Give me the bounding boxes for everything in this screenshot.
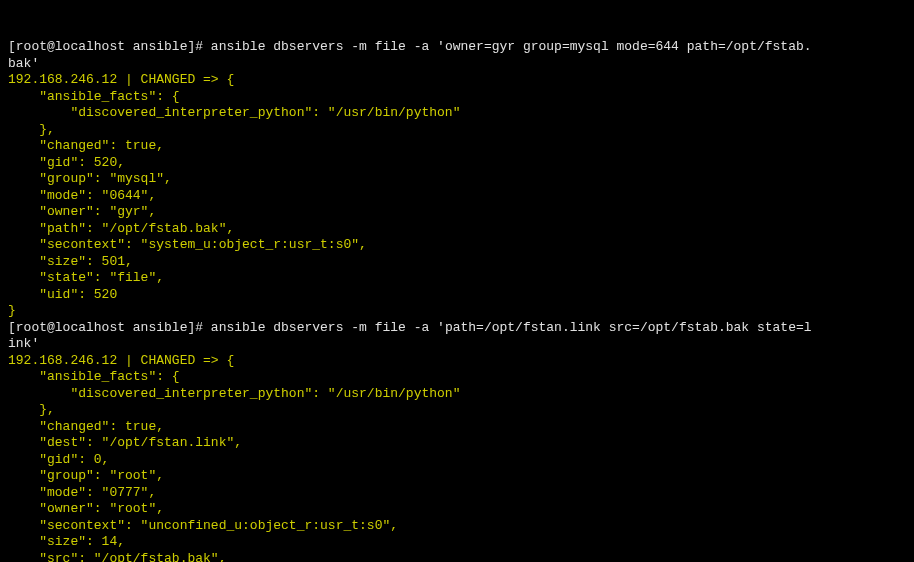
cmd-2a: ansible dbservers -m file -a 'path=/opt/… [211,320,812,335]
out-1-header: 192.168.246.12 | CHANGED => { [8,72,234,87]
out-1-uid: "uid": 520 [8,287,117,302]
out-2-src: "src": "/opt/fstab.bak", [8,551,234,563]
out-1-mode: "mode": "0644", [8,188,164,203]
out-1-size: "size": 501, [8,254,141,269]
out-2-discovered: "discovered_interpreter_python": "/usr/b… [8,386,460,401]
cmd-2b: ink' [8,336,39,351]
out-1-gid: "gid": 520, [8,155,133,170]
out-2-dest: "dest": "/opt/fstan.link", [8,435,250,450]
out-1-facts-close: }, [8,122,63,137]
cmd-1b: bak' [8,56,39,71]
out-1-state: "state": "file", [8,270,172,285]
terminal-output: [root@localhost ansible]# ansible dbserv… [8,39,906,562]
out-2-changed: "changed": true, [8,419,172,434]
out-2-owner: "owner": "root", [8,501,172,516]
cmd-1a: ansible dbservers -m file -a 'owner=gyr … [211,39,812,54]
out-1-changed: "changed": true, [8,138,172,153]
out-2-size: "size": 14, [8,534,133,549]
out-2-gid: "gid": 0, [8,452,117,467]
out-2-group: "group": "root", [8,468,172,483]
out-2-facts-open: "ansible_facts": { [8,369,180,384]
out-2-mode: "mode": "0777", [8,485,164,500]
out-1-discovered: "discovered_interpreter_python": "/usr/b… [8,105,460,120]
prompt-line-2: [root@localhost ansible]# [8,320,211,335]
out-2-facts-close: }, [8,402,63,417]
out-2-header: 192.168.246.12 | CHANGED => { [8,353,234,368]
out-1-group: "group": "mysql", [8,171,180,186]
prompt-line-1: [root@localhost ansible]# [8,39,211,54]
out-1-secontext: "secontext": "system_u:object_r:usr_t:s0… [8,237,375,252]
out-2-secontext: "secontext": "unconfined_u:object_r:usr_… [8,518,406,533]
out-1-owner: "owner": "gyr", [8,204,164,219]
out-1-path: "path": "/opt/fstab.bak", [8,221,242,236]
out-1-close: } [8,303,16,318]
out-1-facts-open: "ansible_facts": { [8,89,180,104]
